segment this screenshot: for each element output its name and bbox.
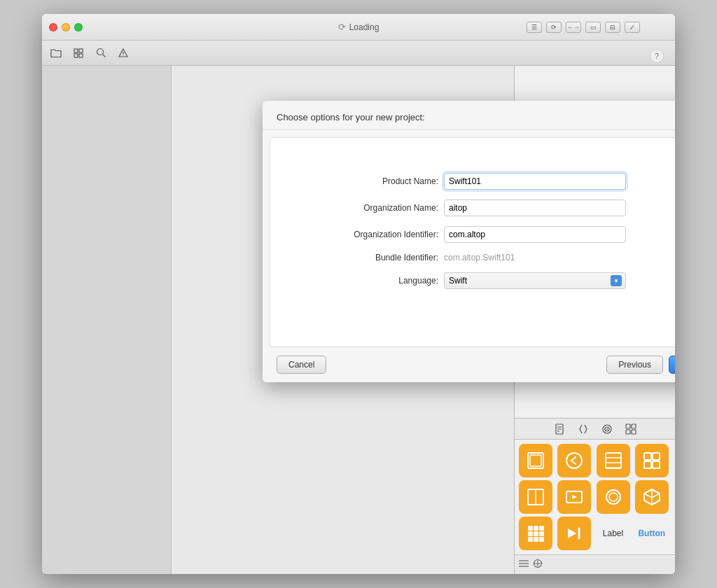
fullscreen-button[interactable]: ⤢ — [625, 22, 640, 33]
titlebar-controls: ☰ ⟳ ←→ ▭ ⊟ ⤢ — [527, 22, 640, 33]
org-name-row: Organization Name: — [298, 200, 675, 216]
new-project-dialog: Choose options for your new project: Pro… — [263, 101, 675, 382]
language-select[interactable]: Swift Objective-C — [444, 272, 626, 289]
tab-bracket-icon[interactable] — [577, 423, 590, 435]
back-forward-button[interactable]: ←→ — [566, 22, 581, 33]
titlebar: ⟳ Loading ☰ ⟳ ←→ ▭ ⊟ ⤢ — [42, 14, 675, 41]
back-button-icon-cell[interactable] — [557, 444, 591, 477]
svg-rect-17 — [626, 430, 630, 434]
close-button[interactable] — [49, 23, 57, 31]
tab-grid-icon[interactable] — [625, 423, 637, 435]
view-controller-icon-cell[interactable] — [519, 444, 552, 477]
org-id-label: Organization Identifier: — [298, 230, 438, 239]
svg-point-7 — [123, 55, 123, 55]
library-tabs — [515, 419, 675, 440]
circle-view-icon-cell[interactable] — [597, 480, 630, 514]
svg-rect-1 — [79, 49, 83, 52]
product-name-row: Product Name: — [298, 173, 675, 190]
svg-rect-36 — [534, 526, 538, 531]
main-content: Choose options for your new project: Pro… — [42, 66, 675, 574]
label-text: Label — [603, 528, 623, 538]
org-id-input[interactable] — [444, 226, 626, 243]
folder-icon[interactable] — [49, 46, 63, 60]
svg-rect-22 — [606, 453, 621, 468]
window-title-area: ⟳ Loading — [338, 22, 380, 32]
svg-rect-15 — [626, 424, 630, 428]
grid-layout-icon-cell[interactable] — [519, 517, 552, 550]
svg-rect-38 — [528, 531, 533, 536]
svg-rect-40 — [539, 531, 544, 536]
split-view-button[interactable]: ⊟ — [605, 22, 620, 33]
sidebar-toggle-button[interactable]: ☰ — [527, 22, 542, 33]
product-name-input[interactable] — [444, 173, 626, 190]
dialog-body: Product Name: Organization Name: Organiz… — [270, 137, 675, 347]
svg-rect-41 — [528, 537, 533, 542]
tab-page-icon[interactable] — [553, 423, 566, 435]
main-window: ⟳ Loading ☰ ⟳ ←→ ▭ ⊟ ⤢ — [42, 14, 675, 574]
bundle-id-label: Bundle Identifier: — [298, 253, 438, 262]
btn-group-right: Previous Next — [606, 356, 675, 374]
svg-rect-42 — [534, 537, 538, 542]
svg-line-5 — [102, 55, 105, 57]
svg-rect-26 — [644, 453, 651, 460]
svg-rect-35 — [528, 526, 533, 531]
label-cell[interactable]: Label — [597, 517, 630, 550]
sidebar — [42, 66, 172, 574]
dialog-footer: Cancel Previous Next — [263, 347, 675, 382]
media-player-icon-cell[interactable] — [557, 480, 591, 514]
filter-icon[interactable] — [533, 559, 543, 570]
bundle-id-row: Bundle Identifier: com.altop.Swift101 — [298, 253, 675, 262]
list-view-icon[interactable] — [519, 559, 529, 570]
previous-button[interactable]: Previous — [606, 356, 663, 374]
org-name-input[interactable] — [444, 200, 626, 216]
svg-point-34 — [609, 493, 618, 501]
svg-rect-39 — [534, 531, 538, 536]
skip-forward-icon-cell[interactable] — [557, 517, 591, 550]
traffic-lights — [49, 23, 83, 31]
minimize-button[interactable] — [62, 23, 70, 31]
dialog-header: Choose options for your new project: — [263, 101, 675, 130]
svg-point-14 — [606, 428, 608, 430]
svg-point-33 — [606, 490, 620, 504]
tab-target-icon[interactable] — [601, 423, 613, 435]
button-cell[interactable]: Button — [635, 517, 669, 550]
language-label: Language: — [298, 276, 438, 286]
collection-view-icon-cell[interactable] — [635, 444, 669, 477]
svg-rect-16 — [632, 424, 636, 428]
svg-rect-18 — [632, 430, 636, 434]
svg-rect-37 — [539, 526, 544, 531]
search-icon[interactable] — [94, 46, 108, 60]
grid-view-icon[interactable] — [71, 46, 85, 60]
cancel-button[interactable]: Cancel — [277, 356, 326, 374]
maximize-button[interactable] — [74, 23, 83, 31]
svg-rect-43 — [539, 537, 544, 542]
center-area: Choose options for your new project: Pro… — [172, 66, 514, 574]
org-name-label: Organization Name: — [298, 203, 438, 213]
library-bottom-bar — [515, 554, 675, 574]
refresh-button[interactable]: ⟳ — [546, 22, 562, 33]
warning-icon[interactable] — [116, 46, 130, 60]
svg-point-4 — [97, 49, 103, 55]
product-name-label: Product Name: — [298, 176, 438, 186]
language-row: Language: Swift Objective-C — [298, 272, 675, 289]
svg-point-21 — [566, 453, 582, 468]
component-grid: Label Button — [515, 440, 675, 554]
loading-spinner-icon: ⟳ — [338, 22, 346, 32]
button-text: Button — [638, 528, 665, 538]
table-view-icon-cell[interactable] — [597, 444, 630, 477]
toolbar — [42, 41, 675, 66]
svg-rect-3 — [79, 54, 83, 57]
bundle-id-value: com.altop.Swift101 — [444, 253, 515, 262]
window-title: Loading — [349, 22, 380, 32]
next-button[interactable]: Next — [669, 356, 675, 374]
box-icon-cell[interactable] — [635, 480, 669, 514]
svg-rect-28 — [644, 461, 651, 468]
form-container: Product Name: Organization Name: Organiz… — [284, 152, 675, 310]
panel-toggle-button[interactable]: ▭ — [585, 22, 601, 33]
svg-rect-20 — [530, 455, 541, 466]
svg-rect-0 — [74, 49, 78, 52]
split-view-icon-cell[interactable] — [519, 480, 552, 514]
dialog-header-text: Choose options for your new project: — [277, 112, 425, 122]
org-id-row: Organization Identifier: — [298, 226, 675, 243]
language-select-wrapper: Swift Objective-C — [444, 272, 626, 289]
